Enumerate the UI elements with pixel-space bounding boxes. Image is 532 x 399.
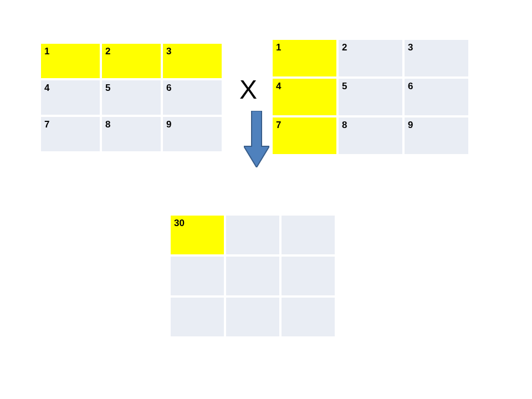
matrix-cell: 5 <box>101 79 162 116</box>
matrix-cell <box>280 255 336 296</box>
matrix-cell <box>280 296 336 337</box>
matrix-cell: 30 <box>170 214 225 255</box>
matrix-a: 123456789 <box>40 43 223 152</box>
matrix-cell <box>170 296 225 337</box>
svg-marker-0 <box>244 111 269 167</box>
matrix-cell: 6 <box>162 79 223 116</box>
matrix-cell: 8 <box>101 116 162 152</box>
matrix-cell <box>225 296 280 337</box>
matrix-cell: 7 <box>272 116 337 155</box>
matrix-cell <box>280 214 336 255</box>
matrix-cell: 7 <box>40 116 101 152</box>
matrix-cell <box>225 214 280 255</box>
matrix-cell: 2 <box>101 43 162 79</box>
matrix-cell: 8 <box>337 116 403 155</box>
matrix-cell: 2 <box>337 39 403 78</box>
matrix-cell: 9 <box>162 116 223 152</box>
matrix-cell: 4 <box>272 78 337 116</box>
matrix-cell: 3 <box>162 43 223 79</box>
matrix-cell: 1 <box>40 43 101 79</box>
matrix-b: 123456789 <box>272 39 469 155</box>
arrow-down-icon <box>244 111 269 167</box>
matrix-cell: 5 <box>337 78 403 116</box>
matrix-cell: 6 <box>403 78 469 116</box>
matrix-cell <box>225 255 280 296</box>
matrix-cell: 3 <box>403 39 469 78</box>
matrix-cell: 1 <box>272 39 337 78</box>
matrix-result: 30 <box>170 214 336 337</box>
matrix-cell: 9 <box>403 116 469 155</box>
matrix-cell <box>170 255 225 296</box>
multiply-operator: X <box>239 74 257 105</box>
matrix-cell: 4 <box>40 79 101 116</box>
